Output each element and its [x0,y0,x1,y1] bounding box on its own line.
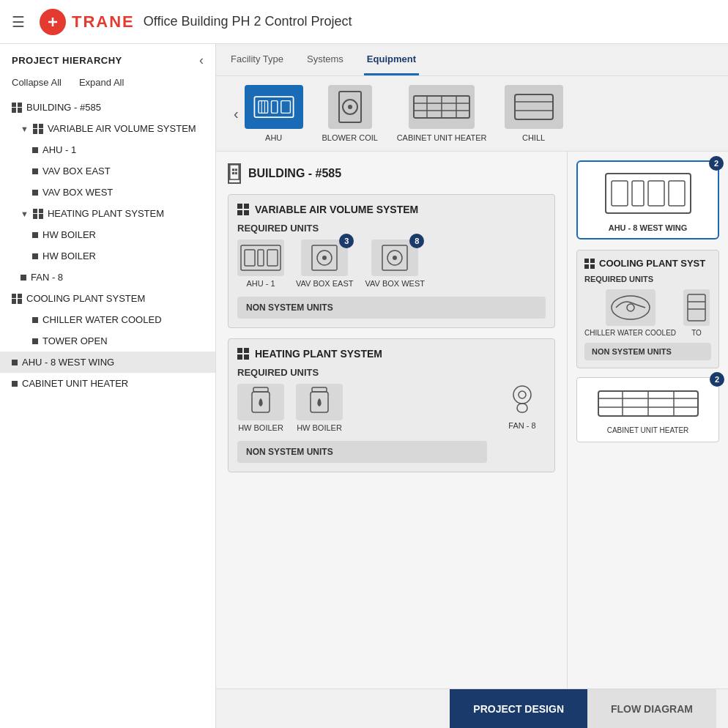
header-title: Office Building PH 2 Control Project [144,14,352,29]
right-unit-chiller[interactable]: CHILLER WATER COOLED [584,289,676,337]
svg-rect-47 [669,181,685,206]
svg-rect-29 [267,250,278,266]
carousel-item-ahu[interactable]: AHU [245,85,303,142]
sidebar-item-chiller[interactable]: CHILLER WATER COOLED [0,309,215,330]
sidebar-item-tower[interactable]: TOWER OPEN [0,330,215,352]
sidebar-item-label: AHU - 8 WEST WING [22,357,114,368]
right-selected-ahu-card[interactable]: 2 AHU - 8 WEST WING [576,160,719,239]
sidebar-title: PROJECT HIERARCHY [12,55,122,66]
unit-item-ahu1[interactable]: AHU - 1 [237,239,284,288]
carousel-item-label: BLOWER COIL [322,133,377,142]
building-header: BUILDING - #585 [228,163,555,184]
sidebar-header-row: PROJECT HIERARCHY ‹ [0,44,215,74]
svg-rect-28 [258,250,264,266]
required-units-label: REQUIRED UNITS [237,223,546,234]
flow-diagram-button[interactable]: FLOW DIAGRAM [587,689,716,729]
sidebar-item-vav-system[interactable]: ▼ VARIABLE AIR VOLUME SYSTEM [0,118,215,139]
svg-rect-44 [612,181,628,206]
svg-rect-5 [271,101,277,114]
right-tower-label: TO [691,329,702,337]
vav-east-icon: 3 [301,239,348,276]
heating-required-label: REQUIRED UNITS [237,367,487,378]
right-unit-tower[interactable]: TO [683,289,710,337]
svg-point-49 [627,304,634,311]
svg-point-35 [393,256,397,260]
sidebar-item-ahu8-west[interactable]: AHU - 8 WEST WING [0,352,215,373]
unit-item-hwboiler2[interactable]: HW BOILER [296,384,343,432]
chill-icon-box [505,85,563,129]
sidebar: PROJECT HIERARCHY ‹ Collapse All Expand … [0,44,216,728]
unit-icon [21,275,26,281]
sidebar-item-cooling-system[interactable]: COOLING PLANT SYSTEM [0,288,215,309]
carousel-item-label: AHU [265,133,282,142]
sidebar-item-hw-boiler-2[interactable]: HW BOILER [0,245,215,267]
sidebar-item-ahu1[interactable]: AHU - 1 [0,139,215,160]
sidebar-item-hw-boiler-1[interactable]: HW BOILER [0,224,215,245]
unit-item-vav-west[interactable]: 8 VAV BOX WEST [365,239,425,288]
vav-east-badge: 3 [339,234,354,248]
sidebar-item-label: VARIABLE AIR VOLUME SYSTEM [48,123,196,134]
sidebar-item-cabinet-heater[interactable]: CABINET UNIT HEATER [0,373,215,394]
sidebar-collapse-icon[interactable]: ‹ [199,53,204,68]
ahu-icon-box [245,85,303,129]
unit-icon [32,190,38,196]
tab-bar: Facility Type Systems Equipment [216,44,728,76]
heating-non-system-bar: NON SYSTEM UNITS [237,441,487,463]
unit-item-fan8[interactable]: FAN - 8 [499,382,546,430]
right-cabinet-card[interactable]: 2 CABINET UNIT HEATER [576,377,719,442]
building-icon [228,163,241,184]
collapse-all-button[interactable]: Collapse All [12,77,62,88]
sidebar-item-label: CHILLER WATER COOLED [42,314,162,325]
unit-label-hwboiler1: HW BOILER [238,423,283,432]
tab-equipment[interactable]: Equipment [364,44,419,75]
unit-item-vav-east[interactable]: 3 VAV BOX EAST [296,239,353,288]
trane-wordmark: TRANE [72,12,135,31]
hamburger-icon[interactable]: ☰ [12,13,25,31]
right-cabinet-label: CABINET UNIT HEATER [607,426,689,434]
svg-rect-24 [232,168,234,171]
right-cooling-system-title: COOLING PLANT SYST [584,258,711,269]
right-cabinet-badge: 2 [710,372,724,387]
unit-label-hwboiler2: HW BOILER [297,423,342,432]
unit-icon [12,381,18,387]
sidebar-item-label: COOLING PLANT SYSTEM [26,293,145,304]
carousel-item-cabinet-heater[interactable]: CABINET UNIT HEATER [397,85,487,142]
svg-rect-18 [515,94,553,119]
vav-west-icon: 8 [371,239,418,276]
carousel-item-label: CHILL [522,133,545,142]
unit-icon [32,338,38,344]
svg-rect-42 [517,404,527,412]
sidebar-item-heating-system[interactable]: ▼ HEATING PLANT SYSTEM [0,203,215,224]
carousel-items: AHU BLOWER COIL [245,85,716,142]
sidebar-item-building[interactable]: BUILDING - #585 [0,97,215,118]
tower-icon [683,289,710,326]
unit-item-hwboiler1[interactable]: HW BOILER [237,384,284,432]
svg-rect-6 [281,101,290,114]
expand-all-button[interactable]: Expand All [79,77,124,88]
tab-systems[interactable]: Systems [304,44,346,75]
sidebar-item-fan8[interactable]: FAN - 8 [0,267,215,288]
vav-units-row: AHU - 1 3 [237,239,546,288]
tab-facility-type[interactable]: Facility Type [228,44,286,75]
svg-rect-25 [235,168,237,171]
svg-point-32 [322,256,327,260]
chevron-down-icon: ▼ [21,209,29,218]
carousel-prev-icon[interactable]: ‹ [228,105,245,122]
unit-icon [32,253,38,259]
svg-point-41 [519,391,526,398]
vav-non-system-bar: NON SYSTEM UNITS [237,297,546,319]
svg-rect-50 [688,294,705,321]
sidebar-item-vav-west[interactable]: VAV BOX WEST [0,182,215,203]
carousel-item-chill[interactable]: CHILL [505,85,563,142]
sidebar-item-vav-east[interactable]: VAV BOX EAST [0,160,215,182]
building-grid-icon [12,103,22,113]
svg-rect-23 [235,172,237,174]
carousel-item-blower-coil[interactable]: BLOWER COIL [321,85,379,142]
unit-icon [32,168,38,174]
unit-icon [32,147,38,153]
content-area: Facility Type Systems Equipment ‹ [216,44,728,728]
header: ☰ TRANE Office Building PH 2 Control Pro… [0,0,728,44]
project-design-button[interactable]: PROJECT DESIGN [450,689,587,729]
cabinet-heater-icon-box [409,85,475,129]
bottom-bar: PROJECT DESIGN FLOW DIAGRAM [216,688,728,728]
